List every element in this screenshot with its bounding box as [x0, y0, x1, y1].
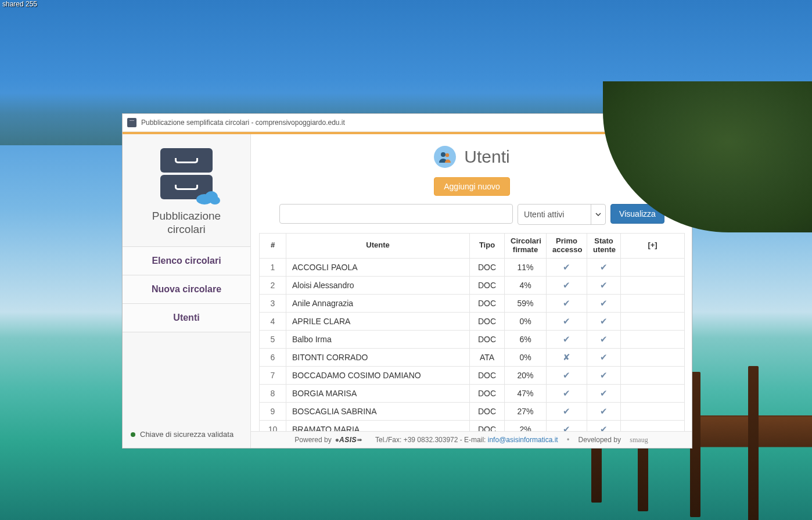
cabinet-cloud-icon	[160, 148, 213, 199]
cell-tipo: ATA	[470, 348, 505, 366]
cell-tipo: DOC	[470, 294, 505, 312]
col-expand[interactable]: [+]	[621, 234, 685, 259]
sidebar-item-utenti[interactable]: Utenti	[123, 303, 250, 332]
sidebar-title: Pubblicazionecircolari	[123, 204, 250, 247]
cell-tipo: DOC	[470, 330, 505, 348]
maximize-button[interactable]	[638, 114, 665, 131]
check-icon: ✔	[563, 424, 570, 431]
cell-index: 3	[260, 294, 286, 312]
cell-index: 9	[260, 402, 286, 420]
cloud-icon	[194, 188, 221, 205]
check-icon: ✔	[563, 298, 570, 308]
footer-developed-label: Developed by	[579, 436, 621, 444]
cell-name: ACCOGLI PAOLA	[286, 258, 470, 276]
col-tipo[interactable]: Tipo	[470, 234, 505, 259]
cell-circolari: 4%	[505, 276, 547, 294]
table-row[interactable]: 9BOSCAGLIA SABRINADOC27%✔✔	[260, 402, 685, 420]
cell-expand[interactable]	[621, 348, 685, 366]
minimize-icon	[622, 120, 628, 125]
sidebar-item-elenco-circolari[interactable]: Elenco circolari	[123, 246, 250, 275]
cell-primo: ✔	[547, 330, 587, 348]
check-icon: ✔	[563, 280, 570, 290]
window-title: Pubblicazione semplificata circolari - c…	[141, 119, 612, 127]
svg-line-3	[676, 120, 681, 125]
col-index[interactable]: #	[260, 234, 286, 259]
col-primo[interactable]: Primo accesso	[547, 234, 587, 259]
cell-primo: ✔	[547, 258, 587, 276]
maximize-icon	[649, 120, 655, 125]
footer-email-link[interactable]: info@asisinformatica.it	[488, 436, 558, 444]
sidebar-item-nuova-circolare[interactable]: Nuova circolare	[123, 275, 250, 304]
close-button[interactable]	[665, 114, 692, 131]
page-title: Utenti	[464, 147, 509, 167]
security-status: Chiave di sicurezza validata	[123, 424, 250, 448]
cell-expand[interactable]	[621, 384, 685, 402]
table-row[interactable]: 5Balbo IrmaDOC6%✔✔	[260, 330, 685, 348]
check-icon: ✔	[563, 388, 570, 398]
cell-expand[interactable]	[621, 312, 685, 330]
cell-circolari: 2%	[505, 420, 547, 431]
cell-primo: ✔	[547, 276, 587, 294]
cell-circolari: 27%	[505, 402, 547, 420]
cell-primo: ✔	[547, 402, 587, 420]
filter-select[interactable]: Utenti attivi	[518, 204, 606, 225]
desktop-background: shared 255 Pubblicazione semplificata ci…	[0, 0, 812, 520]
cell-name: BITONTI CORRADO	[286, 348, 470, 366]
main-scroll-area[interactable]: Utenti Aggiungi nuovo Utenti attivi Visu…	[251, 134, 692, 431]
cell-circolari: 0%	[505, 312, 547, 330]
cell-circolari: 0%	[505, 348, 547, 366]
cell-name: Anile Annagrazia	[286, 294, 470, 312]
view-button[interactable]: Visualizza	[610, 204, 664, 224]
sidebar-logo	[123, 134, 250, 204]
cell-index: 6	[260, 348, 286, 366]
security-status-text: Chiave di sicurezza validata	[140, 429, 233, 440]
table-row[interactable]: 4APRILE CLARADOC0%✔✔	[260, 312, 685, 330]
cell-expand[interactable]	[621, 330, 685, 348]
cell-index: 1	[260, 258, 286, 276]
table-row[interactable]: 8BORGIA MARISADOC47%✔✔	[260, 384, 685, 402]
cell-expand[interactable]	[621, 276, 685, 294]
cell-name: Balbo Irma	[286, 330, 470, 348]
col-circolari[interactable]: Circolari firmate	[505, 234, 547, 259]
cell-index: 8	[260, 384, 286, 402]
table-row[interactable]: 3Anile AnnagraziaDOC59%✔✔	[260, 294, 685, 312]
col-utente[interactable]: Utente	[286, 234, 470, 259]
cell-stato: ✔	[587, 330, 621, 348]
status-dot-icon	[131, 432, 135, 437]
svg-point-8	[445, 153, 449, 157]
x-icon: ✘	[563, 352, 570, 362]
table-row[interactable]: 10BRAMATO MARIADOC2%✔✔	[260, 420, 685, 431]
table-row[interactable]: 7BOCCADAMO COSIMO DAMIANODOC20%✔✔	[260, 366, 685, 384]
svg-line-2	[676, 120, 681, 125]
table-row[interactable]: 1ACCOGLI PAOLADOC11%✔✔	[260, 258, 685, 276]
users-icon	[434, 146, 456, 168]
cell-expand[interactable]	[621, 258, 685, 276]
add-new-button[interactable]: Aggiungi nuovo	[434, 177, 510, 196]
check-icon: ✔	[563, 406, 570, 416]
cell-name: BOCCADAMO COSIMO DAMIANO	[286, 366, 470, 384]
col-stato[interactable]: Stato utente	[587, 234, 621, 259]
titlebar[interactable]: Pubblicazione semplificata circolari - c…	[123, 114, 692, 132]
cell-tipo: DOC	[470, 258, 505, 276]
close-icon	[676, 120, 681, 125]
cell-expand[interactable]	[621, 294, 685, 312]
cell-expand[interactable]	[621, 366, 685, 384]
cell-expand[interactable]	[621, 420, 685, 431]
check-icon: ✔	[563, 316, 570, 326]
table-row[interactable]: 2Aloisi AlessandroDOC4%✔✔	[260, 276, 685, 294]
cell-index: 5	[260, 330, 286, 348]
check-icon: ✔	[563, 334, 570, 344]
cell-stato: ✔	[587, 294, 621, 312]
minimize-button[interactable]	[612, 114, 638, 131]
table-header-row: # Utente Tipo Circolari firmate Primo ac…	[260, 234, 685, 259]
cell-circolari: 6%	[505, 330, 547, 348]
check-icon: ✔	[600, 352, 608, 362]
check-icon: ✔	[563, 370, 570, 380]
cell-primo: ✔	[547, 366, 587, 384]
cell-expand[interactable]	[621, 402, 685, 420]
footer-contact: Tel./Fax: +39 0832.303972 - E-mail: info…	[375, 436, 558, 444]
cell-stato: ✔	[587, 420, 621, 431]
table-row[interactable]: 6BITONTI CORRADOATA0%✘✔	[260, 348, 685, 366]
cell-name: BORGIA MARISA	[286, 384, 470, 402]
search-input[interactable]	[279, 204, 513, 224]
